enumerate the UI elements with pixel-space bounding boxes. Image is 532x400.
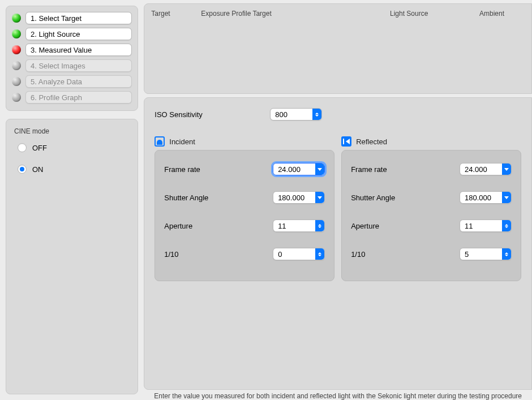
step-select-target[interactable]: 1. Select Target <box>25 12 132 24</box>
step-status-icon <box>12 61 21 70</box>
reflected-title: Reflected <box>356 137 387 146</box>
iso-value: 800 <box>271 110 312 119</box>
steps-panel: 1. Select Target 2. Light Source 3. Meas… <box>6 6 138 111</box>
reflected-shutter-angle-label: Shutter Angle <box>351 193 460 202</box>
cine-on-option[interactable]: ON <box>18 165 130 174</box>
incident-icon <box>155 136 165 147</box>
step-status-icon <box>12 14 21 23</box>
reflected-tenth-select[interactable]: 5 <box>460 248 512 260</box>
stepper-icon <box>502 220 511 231</box>
stepper-icon <box>315 220 324 231</box>
cine-title: CINE mode <box>14 127 130 135</box>
radio-icon <box>18 143 27 152</box>
reflected-section: Reflected Frame rate 24.000 Shutter Angl… <box>341 136 521 281</box>
step-light-source[interactable]: 2. Light Source <box>25 28 132 40</box>
step-profile-graph: 6. Profile Graph <box>25 91 132 104</box>
step-status-icon <box>12 77 21 86</box>
reflected-frame-rate-value: 24.000 <box>460 165 502 174</box>
incident-shutter-angle-value: 180.000 <box>273 193 315 202</box>
reflected-tenth-label: 1/10 <box>351 250 460 259</box>
reflected-shutter-angle-select[interactable]: 180.000 <box>460 191 512 204</box>
incident-aperture-label: Aperture <box>164 222 273 230</box>
reflected-aperture-label: Aperture <box>351 222 460 230</box>
incident-title: Incident <box>169 137 195 146</box>
header-ambient-label: Ambient <box>479 10 525 18</box>
settings-panel: ISO Sensitivity 800 Incident Frame rate <box>144 97 532 390</box>
reflected-frame-rate-label: Frame rate <box>351 165 460 174</box>
stepper-icon <box>312 109 321 120</box>
step-status-icon <box>12 45 21 54</box>
incident-tenth-select[interactable]: 0 <box>273 248 325 260</box>
incident-shutter-angle-select[interactable]: 180.000 <box>273 191 325 204</box>
footer-hint: Enter the value you measured for both in… <box>144 390 532 400</box>
chevron-down-icon <box>315 192 324 203</box>
reflected-aperture-value: 11 <box>460 222 502 230</box>
step-analyze-data: 5. Analyze Data <box>25 75 132 88</box>
reflected-frame-rate-select[interactable]: 24.000 <box>460 163 512 175</box>
radio-icon <box>18 165 27 174</box>
header-light-source-label: Light Source <box>390 10 464 18</box>
reflected-tenth-value: 5 <box>460 250 502 259</box>
cine-off-label: OFF <box>32 144 47 152</box>
incident-frame-rate-select[interactable]: 24.000 <box>273 163 325 175</box>
cine-off-option[interactable]: OFF <box>18 143 130 152</box>
incident-section: Incident Frame rate 24.000 Shutter Angle <box>155 136 334 281</box>
incident-shutter-angle-label: Shutter Angle <box>164 193 273 202</box>
step-status-icon <box>12 29 21 38</box>
incident-aperture-value: 11 <box>273 222 315 230</box>
chevron-down-icon <box>502 192 511 203</box>
incident-frame-rate-label: Frame rate <box>164 165 273 174</box>
chevron-down-icon <box>502 164 511 175</box>
reflected-shutter-angle-value: 180.000 <box>460 193 502 202</box>
step-status-icon <box>12 93 21 102</box>
cine-panel: CINE mode OFF ON <box>6 119 138 394</box>
incident-frame-rate-value: 24.000 <box>273 165 315 174</box>
chevron-down-icon <box>315 164 324 175</box>
incident-tenth-value: 0 <box>273 250 315 259</box>
incident-tenth-label: 1/10 <box>164 250 273 259</box>
cine-on-label: ON <box>32 165 44 174</box>
reflected-aperture-select[interactable]: 11 <box>460 220 512 232</box>
step-select-images: 4. Select Images <box>25 59 132 72</box>
iso-select[interactable]: 800 <box>270 108 322 121</box>
stepper-icon <box>502 248 511 260</box>
header-target-label: Target <box>151 10 185 18</box>
stepper-icon <box>315 248 324 260</box>
header-panel: Target Exposure Profile Target Light Sou… <box>144 3 532 94</box>
step-measured-value[interactable]: 3. Measured Value <box>25 44 132 56</box>
incident-aperture-select[interactable]: 11 <box>273 220 325 232</box>
iso-label: ISO Sensitivity <box>155 110 270 119</box>
header-exposure-profile-label: Exposure Profile Target <box>201 10 374 18</box>
reflected-icon <box>341 136 351 147</box>
